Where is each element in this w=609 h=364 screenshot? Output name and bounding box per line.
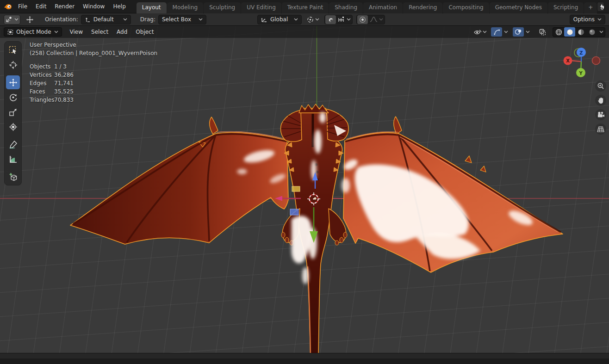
perspective-ortho-toggle[interactable]	[595, 123, 606, 135]
camera-icon	[597, 111, 605, 118]
viewport-menu-object[interactable]: Object	[131, 27, 158, 37]
orientation-dropdown[interactable]: Default	[81, 15, 131, 25]
dragon-crest	[299, 104, 329, 113]
add-cube-tool[interactable]	[6, 170, 20, 184]
tool-settings-bar: Orientation: Default Drag: Select Box Gl…	[0, 13, 609, 26]
menu-help[interactable]: Help	[109, 2, 130, 11]
dragon-left-wing[interactable]	[70, 133, 288, 244]
viewport-nav-buttons	[595, 80, 606, 135]
measure-tool[interactable]	[6, 152, 20, 166]
svg-text:Y: Y	[578, 71, 583, 76]
mode-dropdown[interactable]: Object Mode	[4, 27, 62, 37]
active-tool-dropdown[interactable]	[4, 15, 20, 25]
scene-selector[interactable]: Scene	[597, 2, 604, 12]
workspace-tab-compositing[interactable]: Compositing	[443, 2, 489, 13]
status-bar-strip	[0, 353, 609, 358]
blender-logo-icon[interactable]	[4, 2, 12, 11]
axis-z-ball[interactable]: Z	[577, 48, 586, 57]
shading-rendered-button[interactable]	[586, 27, 597, 37]
snap-toggle-button[interactable]	[325, 15, 336, 25]
proportional-falloff-dropdown[interactable]	[368, 15, 385, 25]
shading-solid-button[interactable]	[564, 27, 575, 37]
empty-image-marker[interactable]	[292, 186, 300, 191]
menu-render[interactable]: Render	[50, 2, 79, 11]
select-box-tool[interactable]	[6, 43, 20, 57]
falloff-curve-icon	[370, 16, 378, 23]
workspace-tab-uv-editing[interactable]: UV Editing	[241, 2, 281, 13]
svg-text:X: X	[566, 58, 570, 63]
shading-material-button[interactable]	[575, 27, 586, 37]
chevron-down-icon	[597, 18, 602, 21]
proportional-editing-toggle[interactable]	[357, 15, 368, 25]
magnet-icon	[327, 16, 334, 23]
transform-orientation-dropdown[interactable]: Global	[257, 15, 302, 25]
stat-vertices: Vertices36,286	[30, 71, 157, 79]
scale-tool[interactable]	[6, 105, 20, 119]
chevron-down-icon	[294, 18, 298, 21]
menu-edit[interactable]: Edit	[31, 2, 50, 11]
scene-browse-button[interactable]	[597, 2, 604, 11]
shading-wireframe-button[interactable]	[553, 27, 564, 37]
menu-file[interactable]: File	[14, 2, 31, 11]
drag-dropdown[interactable]: Select Box	[158, 15, 206, 25]
workspace-tab-animation[interactable]: Animation	[363, 2, 403, 13]
chevron-down-icon	[504, 31, 508, 33]
viewport-menu-add[interactable]: Add	[112, 27, 131, 37]
magnifier-plus-icon	[597, 82, 604, 90]
menu-window[interactable]: Window	[79, 2, 109, 11]
workspace-tab-scripting[interactable]: Scripting	[548, 2, 584, 13]
rendered-sphere-icon	[589, 29, 596, 36]
solid-sphere-icon	[566, 29, 573, 36]
viewport-menu-view[interactable]: View	[66, 27, 87, 37]
overlays-settings-dropdown[interactable]	[524, 27, 531, 37]
chevron-down-icon	[526, 31, 530, 33]
axis-x-negative-ball[interactable]	[592, 57, 600, 65]
snap-settings-dropdown[interactable]	[336, 15, 352, 25]
gizmos-icon	[493, 29, 500, 36]
show-overlays-toggle[interactable]	[513, 27, 524, 37]
stat-faces: Faces35,525	[30, 87, 157, 96]
axis-x-ball[interactable]: X	[564, 56, 572, 65]
global-axes-icon	[261, 17, 267, 23]
rotate-tool[interactable]	[6, 90, 20, 104]
chevron-down-icon	[315, 18, 319, 21]
camera-view-button[interactable]	[595, 109, 606, 120]
pivot-point-dropdown[interactable]	[305, 15, 321, 25]
viewport-menu-select[interactable]: Select	[87, 27, 112, 37]
workspace-tab-sculpting[interactable]: Sculpting	[204, 2, 241, 13]
zoom-button[interactable]	[595, 80, 606, 92]
chevron-down-icon	[199, 18, 203, 21]
cursor-tool[interactable]	[6, 58, 20, 72]
pan-button[interactable]	[595, 95, 606, 106]
axis-y-ball[interactable]: Y	[576, 68, 585, 77]
viewport-header: Object Mode View Select Add Object	[0, 26, 609, 38]
workspace-tab-layout[interactable]: Layout	[137, 2, 167, 13]
proportional-edit-group	[356, 15, 385, 25]
tool-gizmo-icon	[6, 16, 13, 23]
transform-tool[interactable]	[6, 120, 20, 134]
dragon-wing-claw-right	[394, 117, 402, 134]
stat-objects: Objects1 / 3	[30, 62, 157, 71]
gizmo-settings-dropdown[interactable]	[502, 27, 510, 37]
empty-blue-marker[interactable]	[290, 209, 298, 215]
options-dropdown[interactable]: Options	[570, 15, 605, 25]
add-workspace-button[interactable]: +	[584, 2, 597, 13]
workspace-tab-texture-paint[interactable]: Texture Paint	[282, 2, 329, 13]
object-visibility-dropdown[interactable]	[473, 27, 488, 37]
viewport-3d[interactable]: Object Mode View Select Add Object	[0, 26, 609, 358]
hand-icon	[597, 97, 604, 104]
workspace-tab-geometry-nodes[interactable]: Geometry Nodes	[490, 2, 547, 13]
workspace-tab-modeling[interactable]: Modeling	[167, 2, 204, 13]
xray-toggle[interactable]	[537, 27, 548, 37]
workspace-tab-shading[interactable]: Shading	[329, 2, 363, 13]
visibility-eye-icon	[474, 29, 482, 35]
move-tool[interactable]	[6, 75, 20, 89]
workspace-tabs: Layout Modeling Sculpting UV Editing Tex…	[137, 0, 597, 13]
annotate-tool[interactable]	[6, 137, 20, 151]
show-gizmo-toggle[interactable]	[491, 27, 502, 37]
move-tool-indicator-icon[interactable]	[24, 15, 36, 25]
dragon-head-fan-left	[280, 110, 302, 142]
pivot-point-icon	[307, 16, 314, 23]
shading-settings-dropdown[interactable]	[597, 27, 605, 37]
workspace-tab-rendering[interactable]: Rendering	[403, 2, 442, 13]
